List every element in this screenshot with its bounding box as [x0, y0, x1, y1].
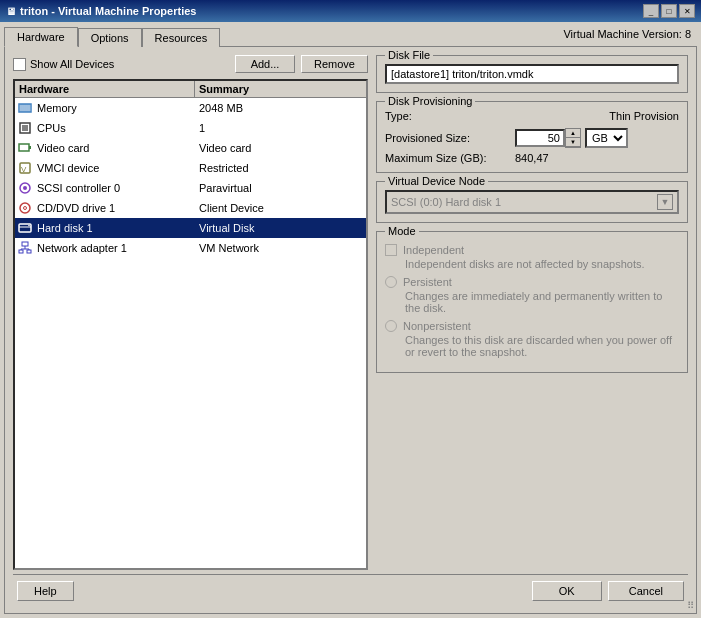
table-row[interactable]: Video card Video card [15, 138, 366, 158]
left-panel: Show All Devices Add... Remove Hardware … [13, 55, 368, 570]
hw-name-network: Network adapter 1 [35, 240, 195, 256]
nonpersistent-radio[interactable] [385, 320, 397, 332]
hardware-table[interactable]: Hardware Summary Memory 2048 MB [13, 79, 368, 570]
show-all-checkbox[interactable] [13, 58, 26, 71]
table-header: Hardware Summary [15, 81, 366, 98]
svg-rect-20 [19, 250, 23, 253]
hw-name-vmci: VMCI device [35, 160, 195, 176]
hw-sum-vmci: Restricted [195, 160, 366, 176]
provisioned-size-label: Provisioned Size: [385, 132, 515, 144]
top-section: Show All Devices Add... Remove Hardware … [13, 55, 688, 570]
nonpersistent-desc: Changes to this disk are discarded when … [405, 334, 679, 358]
hw-name-memory: Memory [35, 100, 195, 116]
window-controls[interactable]: _ □ ✕ [643, 4, 695, 18]
independent-row: Independent [385, 244, 679, 256]
col-summary: Summary [195, 81, 366, 97]
svg-rect-21 [27, 250, 31, 253]
hw-name-cpus: CPUs [35, 120, 195, 136]
bottom-bar: Help OK Cancel [13, 574, 688, 605]
nonpersistent-row: Nonpersistent [385, 320, 679, 332]
cpu-icon [15, 121, 35, 135]
mode-content: Independent Independent disks are not af… [385, 240, 679, 358]
spin-down[interactable]: ▼ [566, 138, 580, 147]
table-row[interactable]: CPUs 1 [15, 118, 366, 138]
button-row: Add... Remove [235, 55, 368, 73]
type-row: Type: Thin Provision [385, 110, 679, 122]
unit-select[interactable]: GB MB [585, 128, 628, 148]
spin-up[interactable]: ▲ [566, 129, 580, 138]
svg-point-14 [20, 203, 30, 213]
svg-point-18 [28, 225, 30, 227]
right-panel: Disk File Disk Provisioning Type: Thin P… [376, 55, 688, 570]
hw-sum-cpus: 1 [195, 120, 366, 136]
nonpersistent-label: Nonpersistent [403, 320, 471, 332]
content-area: Show All Devices Add... Remove Hardware … [4, 46, 697, 614]
table-row[interactable]: Network adapter 1 VM Network [15, 238, 366, 258]
max-size-value: 840,47 [515, 152, 549, 164]
title-bar: 🖥 triton - Virtual Machine Properties _ … [0, 0, 701, 22]
disk-icon [15, 221, 35, 235]
vdn-select[interactable]: SCSI (0:0) Hard disk 1 ▼ [385, 190, 679, 214]
virtual-device-node-group: Virtual Device Node SCSI (0:0) Hard disk… [376, 181, 688, 223]
tab-options[interactable]: Options [78, 28, 142, 47]
independent-checkbox[interactable] [385, 244, 397, 256]
remove-button[interactable]: Remove [301, 55, 368, 73]
disk-provisioning-label: Disk Provisioning [385, 95, 475, 107]
svg-rect-9 [29, 146, 31, 149]
minimize-button[interactable]: _ [643, 4, 659, 18]
provisioned-size-input[interactable] [515, 129, 565, 147]
table-row[interactable]: Memory 2048 MB [15, 98, 366, 118]
scsi-icon [15, 181, 35, 195]
hw-name-cddvd: CD/DVD drive 1 [35, 200, 195, 216]
svg-point-15 [24, 207, 27, 210]
disk-file-group-label: Disk File [385, 49, 433, 61]
cancel-button[interactable]: Cancel [608, 581, 684, 601]
persistent-desc: Changes are immediately and permanently … [405, 290, 679, 314]
col-hardware: Hardware [15, 81, 195, 97]
provisioned-size-row: Provisioned Size: ▲ ▼ GB MB [385, 128, 679, 148]
maximize-button[interactable]: □ [661, 4, 677, 18]
add-button[interactable]: Add... [235, 55, 295, 73]
persistent-label: Persistent [403, 276, 452, 288]
svg-rect-7 [22, 125, 28, 131]
ok-button[interactable]: OK [532, 581, 602, 601]
memory-icon [15, 101, 35, 115]
table-row[interactable]: V VMCI device Restricted [15, 158, 366, 178]
hw-sum-harddisk: Virtual Disk [195, 220, 366, 236]
close-button[interactable]: ✕ [679, 4, 695, 18]
max-size-label: Maximum Size (GB): [385, 152, 515, 164]
hw-sum-memory: 2048 MB [195, 100, 366, 116]
table-row[interactable]: SCSI controller 0 Paravirtual [15, 178, 366, 198]
window-body: Hardware Options Resources Virtual Machi… [0, 22, 701, 618]
hw-sum-cddvd: Client Device [195, 200, 366, 216]
independent-label: Independent [403, 244, 464, 256]
hw-sum-scsi: Paravirtual [195, 180, 366, 196]
hw-name-video: Video card [35, 140, 195, 156]
vm-version-label: Virtual Machine Version: 8 [563, 28, 691, 40]
vdn-dropdown-button[interactable]: ▼ [657, 194, 673, 210]
disk-file-input[interactable] [385, 64, 679, 84]
ok-cancel-area: OK Cancel [532, 581, 684, 601]
vdn-group-label: Virtual Device Node [385, 175, 488, 187]
max-size-row: Maximum Size (GB): 840,47 [385, 152, 679, 164]
help-button[interactable]: Help [17, 581, 74, 601]
vmci-icon: V [15, 161, 35, 175]
tab-resources[interactable]: Resources [142, 28, 221, 47]
cddvd-icon [15, 201, 35, 215]
persistent-radio[interactable] [385, 276, 397, 288]
hw-sum-network: VM Network [195, 240, 366, 256]
mode-group: Mode Independent Independent disks are n… [376, 231, 688, 373]
window-title-area: 🖥 triton - Virtual Machine Properties [6, 5, 196, 17]
persistent-row: Persistent [385, 276, 679, 288]
table-row[interactable]: CD/DVD drive 1 Client Device [15, 198, 366, 218]
disk-provisioning-group: Disk Provisioning Type: Thin Provision P… [376, 101, 688, 173]
window-title: triton - Virtual Machine Properties [20, 5, 196, 17]
hw-name-harddisk: Hard disk 1 [35, 220, 195, 236]
spin-buttons[interactable]: ▲ ▼ [565, 128, 581, 148]
svg-rect-8 [19, 144, 29, 151]
hw-sum-video: Video card [195, 140, 366, 156]
video-icon [15, 141, 35, 155]
tab-hardware[interactable]: Hardware [4, 27, 78, 47]
tab-bar: Hardware Options Resources Virtual Machi… [4, 26, 697, 46]
table-row-selected[interactable]: Hard disk 1 Virtual Disk [15, 218, 366, 238]
